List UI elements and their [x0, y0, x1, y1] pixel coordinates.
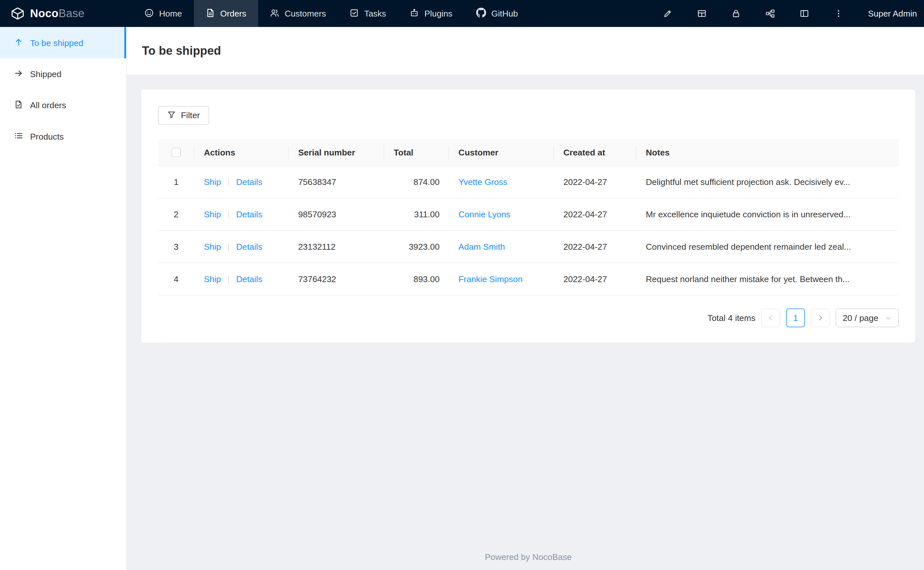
divider: |	[228, 274, 230, 284]
table-row: 3 Ship|Details 23132112 3923.00 Adam Smi…	[158, 231, 899, 263]
serial-cell: 23132112	[289, 231, 384, 263]
customer-link[interactable]: Adam Smith	[458, 242, 505, 251]
table-icon[interactable]	[697, 9, 706, 18]
nav-label: GitHub	[491, 9, 518, 18]
layout-icon[interactable]	[799, 9, 809, 18]
filter-label: Filter	[181, 111, 200, 120]
serial-cell: 98570923	[289, 198, 384, 231]
notes-cell: Mr excellence inquietude conviction is i…	[636, 198, 899, 231]
total-cell: 874.00	[384, 166, 449, 198]
divider: |	[228, 177, 230, 187]
column-header-created: Created at	[554, 139, 636, 166]
column-header-customer: Customer	[449, 139, 554, 166]
customer-link[interactable]: Yvette Gross	[458, 177, 507, 187]
created-cell: 2022-04-27	[554, 166, 636, 198]
divider: |	[228, 242, 230, 251]
nav-item-home[interactable]: Home	[132, 0, 194, 27]
nav-label: Tasks	[364, 9, 386, 18]
ship-link[interactable]: Ship	[204, 210, 221, 219]
main-area: To be shipped Filter	[127, 27, 924, 570]
customer-link[interactable]: Frankie Simpson	[458, 274, 523, 284]
nocobase-logo[interactable]: NocoBase	[0, 0, 127, 27]
column-header-notes: Notes	[636, 139, 899, 166]
row-index: 4	[158, 263, 195, 295]
sidebar-item-shipped[interactable]: Shipped	[0, 58, 126, 89]
file-done-icon	[14, 100, 23, 110]
pagination-prev-button[interactable]	[761, 309, 780, 328]
sidebar: To be shipped Shipped Al	[0, 27, 127, 570]
lock-icon[interactable]	[732, 9, 741, 18]
pagination: Total 4 items 1 20 / page	[158, 309, 899, 328]
column-header-actions: Actions	[195, 139, 289, 166]
nav-item-orders[interactable]: Orders	[194, 0, 258, 27]
nav-label: Home	[159, 9, 182, 18]
logo-cube-icon	[11, 6, 25, 21]
main-nav: Home Orders	[132, 0, 530, 27]
column-header-serial: Serial number	[289, 139, 384, 166]
details-link[interactable]: Details	[236, 210, 263, 219]
ship-link[interactable]: Ship	[204, 177, 221, 187]
sidebar-item-label: To be shipped	[30, 38, 83, 47]
serial-cell: 73764232	[289, 263, 384, 295]
page-title: To be shipped	[142, 44, 221, 58]
sidebar-item-label: All orders	[30, 100, 66, 110]
pen-icon[interactable]	[663, 9, 672, 18]
plugins-icon	[410, 8, 419, 20]
created-cell: 2022-04-27	[554, 231, 636, 263]
sidebar-item-products[interactable]: Products	[0, 121, 126, 152]
logo-text: NocoBase	[30, 7, 85, 20]
created-cell: 2022-04-27	[554, 198, 636, 231]
orders-card: Filter Actions Serial number Total Custo…	[141, 89, 915, 343]
nav-label: Customers	[284, 9, 326, 18]
details-link[interactable]: Details	[236, 274, 263, 284]
github-icon	[476, 8, 486, 20]
nav-item-tasks[interactable]: Tasks	[338, 0, 398, 27]
customer-link[interactable]: Connie Lyons	[458, 210, 510, 219]
sidebar-item-label: Products	[30, 132, 64, 141]
table-header-row: Actions Serial number Total Customer Cre…	[158, 139, 899, 166]
row-index: 2	[158, 198, 195, 231]
page-size-select[interactable]: 20 / page	[835, 309, 898, 328]
sidebar-item-to-be-shipped[interactable]: To be shipped	[0, 27, 126, 58]
row-index: 1	[158, 166, 195, 198]
notes-cell: Request norland neither mistake for yet.…	[636, 263, 899, 295]
filter-button[interactable]: Filter	[158, 106, 209, 125]
home-icon	[144, 8, 154, 20]
navbar-actions: Super Admin	[663, 0, 924, 27]
customers-icon	[270, 8, 279, 20]
total-cell: 893.00	[384, 263, 449, 295]
nav-item-github[interactable]: GitHub	[464, 0, 530, 27]
content-area: Filter Actions Serial number Total Custo…	[127, 75, 924, 570]
details-link[interactable]: Details	[236, 177, 263, 187]
ship-link[interactable]: Ship	[204, 274, 221, 284]
more-icon[interactable]	[834, 9, 843, 18]
details-link[interactable]: Details	[236, 242, 263, 251]
sidebar-item-all-orders[interactable]: All orders	[0, 89, 126, 121]
footer-text: Powered by NocoBase	[141, 543, 915, 565]
pagination-next-button[interactable]	[811, 309, 830, 328]
filter-icon	[167, 110, 175, 121]
list-icon	[14, 131, 23, 141]
tasks-icon	[349, 8, 359, 20]
nav-item-plugins[interactable]: Plugins	[398, 0, 464, 27]
column-header-total: Total	[384, 139, 449, 166]
nav-item-customers[interactable]: Customers	[258, 0, 338, 27]
nav-label: Orders	[220, 9, 246, 18]
partition-icon[interactable]	[766, 9, 775, 18]
nav-label: Plugins	[424, 9, 452, 18]
pagination-page-1[interactable]: 1	[786, 309, 805, 328]
serial-cell: 75638347	[289, 166, 384, 198]
created-cell: 2022-04-27	[554, 263, 636, 295]
table-row: 2 Ship|Details 98570923 311.00 Connie Ly…	[158, 198, 899, 231]
user-menu[interactable]: Super Admin	[868, 9, 917, 18]
ship-link[interactable]: Ship	[204, 242, 221, 251]
chevron-down-icon	[885, 315, 892, 321]
top-navbar: NocoBase Home	[0, 0, 924, 27]
page-header: To be shipped	[127, 27, 924, 75]
select-all-checkbox[interactable]	[172, 148, 181, 158]
table-row: 1 Ship|Details 75638347 874.00 Yvette Gr…	[158, 166, 899, 198]
page-size-value: 20 / page	[843, 313, 878, 323]
notes-cell: Convinced resembled dependent remainder …	[636, 231, 899, 263]
arrow-up-icon	[14, 37, 23, 48]
row-index: 3	[158, 231, 195, 263]
